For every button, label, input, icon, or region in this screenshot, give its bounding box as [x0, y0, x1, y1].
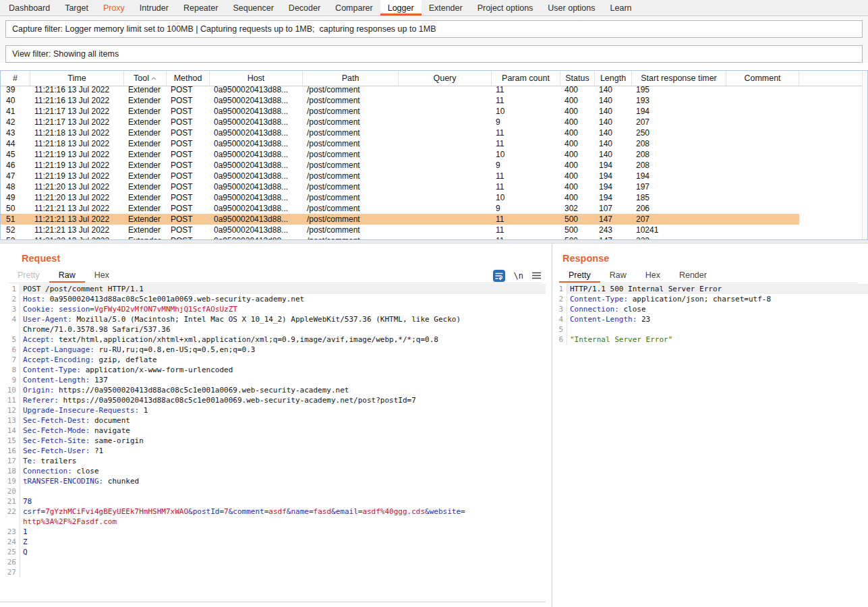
tab-project-options[interactable]: Project options: [470, 0, 541, 16]
column-header-comment[interactable]: Comment: [726, 71, 799, 86]
cell-time: 11:21:19 13 Jul 2022: [30, 150, 124, 159]
cell-time: 11:21:18 13 Jul 2022: [30, 139, 124, 148]
editor-line: 20: [0, 486, 546, 496]
cell-method: POST: [167, 128, 210, 138]
capture-filter-text: Capture filter: Logger memory limit set …: [12, 24, 436, 34]
column-header-[interactable]: #: [1, 71, 30, 86]
cell-: 48: [1, 182, 30, 192]
log-row-49[interactable]: 4911:21:20 13 Jul 2022ExtenderPOST0a9500…: [1, 192, 799, 203]
cell-status: 500: [560, 214, 595, 224]
newline-icon[interactable]: \n: [514, 271, 523, 281]
cell-tool: Extender: [124, 214, 167, 224]
log-row-48[interactable]: 4811:21:20 13 Jul 2022ExtenderPOST0a9500…: [1, 181, 799, 192]
cell-length: 107: [595, 204, 632, 213]
cell-path: /post/comment: [303, 117, 399, 127]
line-number: 16: [0, 446, 20, 456]
line-content: Z: [20, 537, 546, 547]
cell-status: 400: [560, 150, 595, 159]
cell-host: 0a9500020413d88...: [210, 214, 303, 224]
column-header-param-count[interactable]: Param count: [492, 71, 560, 86]
table-vertical-scrollbar[interactable]: [862, 71, 867, 239]
line-number: 24: [0, 537, 20, 547]
log-row-42[interactable]: 4211:21:17 13 Jul 2022ExtenderPOST0a9500…: [1, 117, 799, 127]
cell-path: /post/comment: [303, 214, 399, 224]
tab-comparer[interactable]: Comparer: [328, 0, 380, 16]
tab-hex[interactable]: Hex: [85, 268, 119, 283]
cell-: 39: [1, 86, 30, 94]
capture-filter-bar[interactable]: Capture filter: Logger memory limit set …: [5, 20, 863, 38]
cell-method: POST: [167, 214, 210, 224]
log-row-44[interactable]: 4411:21:18 13 Jul 2022ExtenderPOST0a9500…: [1, 138, 799, 149]
log-row-39[interactable]: 3911:21:16 13 Jul 2022ExtenderPOST0a9500…: [1, 86, 799, 95]
column-header-tool[interactable]: Tool: [124, 71, 167, 86]
tab-target[interactable]: Target: [57, 0, 96, 16]
cell-status: 400: [560, 117, 595, 127]
editor-line: 5Accept: text/html,application/xhtml+xml…: [0, 335, 546, 345]
line-content: Content-Type: application/x-www-form-url…: [20, 365, 546, 375]
log-row-45[interactable]: 4511:21:19 13 Jul 2022ExtenderPOST0a9500…: [1, 149, 799, 160]
log-row-46[interactable]: 4611:21:19 13 Jul 2022ExtenderPOST0a9500…: [1, 160, 799, 171]
line-content: Host: 0a9500020413d88ac08c5c1e001a0069.w…: [20, 294, 546, 304]
cell-: 50: [1, 204, 30, 213]
request-editor[interactable]: 1POST /post/comment HTTP/1.12Host: 0a950…: [0, 284, 546, 602]
cell-param-count: 10: [492, 107, 560, 116]
column-header-query[interactable]: Query: [399, 71, 492, 86]
tab-extender[interactable]: Extender: [422, 0, 470, 16]
log-row-53[interactable]: 5311:21:22 13 Jul 2022ExtenderPOST0a9500…: [1, 235, 799, 239]
line-content: Content-Type: application/json; charset=…: [567, 294, 868, 304]
cell-tool: Extender: [124, 236, 167, 239]
line-content: Sec-Fetch-User: ?1: [20, 446, 546, 456]
cell-start-response-timer: 223: [632, 236, 726, 239]
column-header-start-response-timer[interactable]: Start response timer: [632, 71, 726, 86]
editor-line: 8Content-Type: application/x-www-form-ur…: [0, 365, 546, 375]
log-row-41[interactable]: 4111:21:17 13 Jul 2022ExtenderPOST0a9500…: [1, 106, 799, 117]
column-header-status[interactable]: Status: [560, 71, 595, 86]
log-row-43[interactable]: 4311:21:18 13 Jul 2022ExtenderPOST0a9500…: [1, 127, 799, 138]
tab-decoder[interactable]: Decoder: [281, 0, 328, 16]
tab-pretty[interactable]: Pretty: [559, 268, 600, 283]
tab-raw[interactable]: Raw: [600, 268, 636, 283]
cell-host: 0a9500020413d88...: [210, 117, 303, 127]
tab-logger[interactable]: Logger: [380, 0, 422, 16]
log-row-50[interactable]: 5011:21:21 13 Jul 2022ExtenderPOST0a9500…: [1, 203, 799, 214]
line-content: Accept-Language: ru-RU,ru;q=0.8,en-US;q=…: [20, 345, 546, 355]
tab-proxy[interactable]: Proxy: [96, 0, 132, 16]
cell-tool: Extender: [124, 86, 167, 94]
response-editor[interactable]: 1HTTP/1.1 500 Internal Server Error2Cont…: [552, 284, 868, 602]
tab-render[interactable]: Render: [670, 268, 716, 283]
cell-status: 400: [560, 139, 595, 148]
tab-intruder[interactable]: Intruder: [132, 0, 176, 16]
editor-line: 9Content-Length: 137: [0, 375, 546, 385]
response-tab-bar: PrettyRawHexRender: [559, 268, 859, 283]
column-header-time[interactable]: Time: [30, 71, 124, 86]
line-content: Accept-Encoding: gzip, deflate: [20, 355, 546, 365]
cell-param-count: 11: [492, 86, 560, 94]
soft-wrap-icon[interactable]: [493, 270, 505, 282]
tab-hex[interactable]: Hex: [636, 268, 670, 283]
tab-raw[interactable]: Raw: [49, 268, 85, 283]
log-row-52[interactable]: 5211:21:21 13 Jul 2022ExtenderPOST0a9500…: [1, 225, 799, 235]
cell-param-count: 11: [492, 236, 560, 239]
menu-icon[interactable]: [532, 272, 541, 279]
view-filter-bar[interactable]: View filter: Showing all items: [5, 45, 863, 63]
tab-learn[interactable]: Learn: [603, 0, 639, 16]
cell-tool: Extender: [124, 117, 167, 127]
column-header-path[interactable]: Path: [303, 71, 399, 86]
tab-dashboard[interactable]: Dashboard: [1, 0, 57, 16]
line-number: 5: [0, 335, 20, 345]
cell-start-response-timer: 207: [632, 214, 726, 224]
column-header-host[interactable]: Host: [210, 71, 303, 86]
line-number: 19: [0, 476, 20, 486]
cell-start-response-timer: 194: [632, 171, 726, 181]
tab-repeater[interactable]: Repeater: [176, 0, 225, 16]
log-row-40[interactable]: 4011:21:16 13 Jul 2022ExtenderPOST0a9500…: [1, 95, 799, 106]
tab-sequencer[interactable]: Sequencer: [225, 0, 281, 16]
column-header-length[interactable]: Length: [595, 71, 632, 86]
column-header-method[interactable]: Method: [167, 71, 210, 86]
cell-start-response-timer: 208: [632, 161, 726, 170]
line-content: Connection: close: [20, 466, 546, 476]
tab-user-options[interactable]: User options: [540, 0, 602, 16]
log-row-51[interactable]: 5111:21:21 13 Jul 2022ExtenderPOST0a9500…: [1, 214, 799, 225]
message-editors: Request PrettyRawHex \n 1POST /post/comm…: [0, 243, 868, 607]
log-row-47[interactable]: 4711:21:19 13 Jul 2022ExtenderPOST0a9500…: [1, 171, 799, 181]
